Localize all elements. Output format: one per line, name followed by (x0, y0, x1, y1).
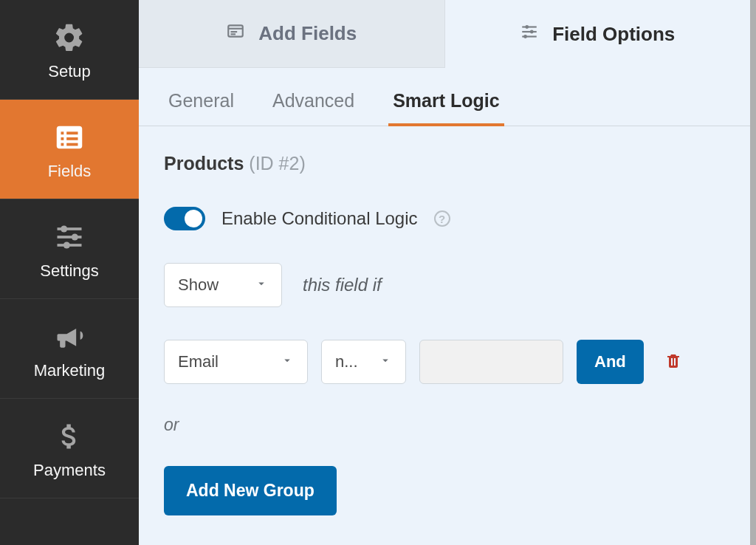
sub-tabs: General Advanced Smart Logic (139, 90, 750, 126)
field-select[interactable]: Email (164, 340, 308, 384)
sidebar-item-fields[interactable]: Fields (0, 100, 139, 199)
bullhorn-icon (53, 320, 86, 354)
help-icon[interactable]: ? (434, 210, 450, 227)
add-new-group-button[interactable]: Add New Group (164, 466, 337, 515)
sub-tab-smart-logic[interactable]: Smart Logic (388, 90, 504, 126)
sidebar-item-setup[interactable]: Setup (0, 0, 139, 100)
sidebar-item-payments[interactable]: Payments (0, 399, 139, 498)
dollar-icon (53, 419, 86, 453)
sidebar-item-label: Setup (48, 62, 91, 81)
section-title: Products (ID #2) (164, 153, 725, 174)
conditional-logic-toggle[interactable] (164, 207, 205, 230)
svg-rect-6 (66, 143, 78, 146)
svg-point-20 (530, 30, 534, 33)
tab-label: Add Fields (258, 22, 357, 45)
trash-icon[interactable] (664, 352, 682, 372)
field-name: Products (164, 153, 244, 174)
conditional-logic-row: Enable Conditional Logic ? (164, 207, 725, 230)
action-suffix: this field if (303, 275, 382, 295)
chevron-down-icon (379, 352, 392, 371)
and-button[interactable]: And (577, 340, 644, 384)
svg-point-22 (523, 35, 527, 38)
svg-rect-4 (66, 137, 78, 140)
action-row: Show this field if (164, 263, 725, 307)
svg-rect-3 (61, 137, 64, 140)
svg-point-10 (72, 233, 78, 240)
chevron-down-icon (255, 275, 268, 295)
form-icon (226, 21, 245, 46)
list-icon (52, 120, 86, 154)
value-input[interactable] (419, 340, 563, 384)
svg-rect-17 (522, 26, 537, 27)
select-value: n... (335, 352, 358, 371)
select-value: Email (178, 352, 219, 371)
condition-row: Email n... And (164, 340, 725, 384)
select-value: Show (178, 275, 219, 295)
sidebar-item-marketing[interactable]: Marketing (0, 299, 139, 399)
sidebar-item-settings[interactable]: Settings (0, 199, 139, 299)
tab-field-options[interactable]: Field Options (445, 0, 751, 68)
svg-rect-19 (522, 30, 537, 32)
svg-point-12 (63, 241, 70, 248)
tab-label: Field Options (552, 23, 675, 46)
sidebar-item-label: Fields (48, 162, 92, 181)
svg-point-8 (61, 225, 67, 232)
sub-tab-general[interactable]: General (164, 90, 238, 126)
sliders-icon (53, 220, 86, 254)
svg-rect-5 (61, 143, 64, 146)
action-select[interactable]: Show (164, 263, 282, 307)
or-separator: or (164, 415, 725, 435)
toggle-knob (185, 210, 202, 227)
top-tabs: Add Fields Field Options (139, 0, 750, 68)
sidebar-item-label: Marketing (34, 361, 106, 380)
sliders-icon (520, 22, 539, 47)
field-id: (ID #2) (249, 153, 305, 174)
chevron-down-icon (281, 352, 294, 371)
tab-add-fields[interactable]: Add Fields (139, 0, 445, 68)
toggle-label: Enable Conditional Logic (221, 208, 418, 229)
svg-point-18 (526, 25, 529, 29)
sidebar-item-label: Payments (33, 461, 106, 480)
sidebar-item-label: Settings (40, 261, 99, 281)
content: Products (ID #2) Enable Conditional Logi… (139, 126, 750, 542)
svg-rect-2 (66, 131, 78, 134)
gear-icon (53, 21, 86, 55)
sidebar: Setup Fields Settings Marketing Payments (0, 0, 139, 545)
svg-rect-1 (61, 131, 64, 134)
operator-select[interactable]: n... (321, 340, 406, 384)
main-panel: Add Fields Field Options General Advance… (139, 0, 756, 545)
sub-tab-advanced[interactable]: Advanced (268, 90, 359, 126)
